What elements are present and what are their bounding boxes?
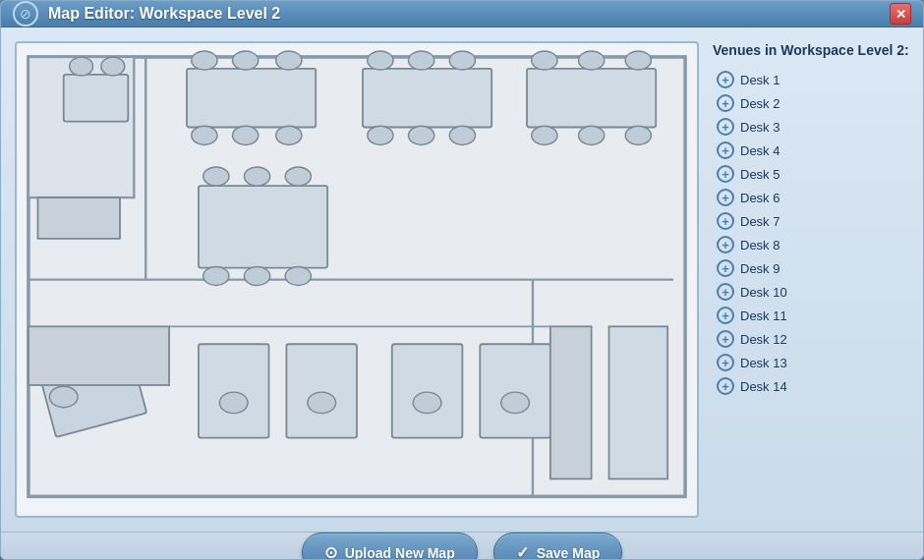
close-button[interactable]: ✕ xyxy=(890,3,911,25)
svg-rect-43 xyxy=(392,344,463,437)
title-bar: ⊘ Map Editor: Workspace Level 2 ✕ xyxy=(1,1,923,28)
venue-add-icon: + xyxy=(717,165,734,183)
svg-rect-5 xyxy=(64,75,129,122)
svg-point-25 xyxy=(625,51,651,70)
save-icon: ✓ xyxy=(516,543,529,560)
map-canvas xyxy=(15,41,699,518)
venue-add-icon: + xyxy=(717,71,734,88)
svg-point-20 xyxy=(408,126,433,144)
venue-item-label: Desk 14 xyxy=(740,379,787,394)
svg-point-33 xyxy=(203,266,229,285)
svg-point-10 xyxy=(233,51,259,70)
venue-add-icon: + xyxy=(717,307,734,324)
svg-point-41 xyxy=(219,392,248,413)
venues-title: Venues in Workspace Level 2: xyxy=(713,41,909,59)
svg-point-7 xyxy=(101,57,125,76)
venue-item-label: Desk 4 xyxy=(740,143,780,158)
svg-point-13 xyxy=(233,126,259,144)
svg-rect-39 xyxy=(199,344,269,437)
svg-point-45 xyxy=(413,392,441,413)
bottom-bar: ⊙ Upload New Map ✓ Save Map xyxy=(1,532,923,560)
venue-item[interactable]: +Desk 2 xyxy=(713,92,909,114)
svg-rect-2 xyxy=(37,197,120,239)
svg-rect-22 xyxy=(527,69,656,128)
upload-icon: ⊙ xyxy=(324,543,337,560)
svg-point-19 xyxy=(368,126,393,144)
venue-item[interactable]: +Desk 11 xyxy=(713,305,909,326)
svg-rect-8 xyxy=(187,69,316,128)
venue-item-label: Desk 11 xyxy=(740,308,787,323)
save-map-button[interactable]: ✓ Save Map xyxy=(493,532,623,560)
venue-item-label: Desk 8 xyxy=(740,238,780,252)
svg-point-30 xyxy=(203,167,229,186)
venue-item[interactable]: +Desk 8 xyxy=(713,234,909,255)
svg-point-21 xyxy=(449,126,475,144)
save-label: Save Map xyxy=(537,545,601,560)
venue-add-icon: + xyxy=(717,212,734,230)
upload-map-button[interactable]: ⊙ Upload New Map xyxy=(302,532,478,560)
svg-point-17 xyxy=(408,51,433,70)
venue-item-label: Desk 5 xyxy=(740,167,780,182)
venue-item[interactable]: +Desk 3 xyxy=(713,116,909,138)
svg-rect-40 xyxy=(286,344,357,437)
venue-item-label: Desk 7 xyxy=(740,214,780,229)
venue-item[interactable]: +Desk 7 xyxy=(713,210,909,232)
svg-point-38 xyxy=(49,386,78,407)
venue-add-icon: + xyxy=(717,354,734,371)
venue-item[interactable]: +Desk 9 xyxy=(713,257,909,279)
svg-point-18 xyxy=(449,51,475,70)
venue-item-label: Desk 3 xyxy=(740,120,780,135)
venue-item-label: Desk 9 xyxy=(740,261,780,276)
content-area: Venues in Workspace Level 2: +Desk 1+Des… xyxy=(1,28,923,532)
svg-rect-29 xyxy=(199,186,327,268)
svg-point-6 xyxy=(70,57,93,76)
svg-point-23 xyxy=(532,51,557,70)
svg-rect-15 xyxy=(363,69,491,128)
venue-list: +Desk 1+Desk 2+Desk 3+Desk 4+Desk 5+Desk… xyxy=(713,69,909,397)
venue-item-label: Desk 1 xyxy=(740,73,780,87)
venue-add-icon: + xyxy=(717,330,734,348)
svg-rect-44 xyxy=(480,344,550,437)
svg-point-35 xyxy=(285,266,311,285)
venue-item-label: Desk 2 xyxy=(740,96,780,111)
venue-add-icon: + xyxy=(717,189,734,206)
venue-item[interactable]: +Desk 10 xyxy=(713,281,909,303)
svg-point-26 xyxy=(532,126,557,144)
svg-rect-47 xyxy=(550,326,592,478)
venue-item[interactable]: +Desk 1 xyxy=(713,69,909,90)
upload-label: Upload New Map xyxy=(345,545,455,560)
svg-point-12 xyxy=(192,126,217,144)
svg-point-24 xyxy=(578,51,604,70)
venue-item[interactable]: +Desk 4 xyxy=(713,140,909,161)
venue-item-label: Desk 12 xyxy=(740,332,787,347)
venue-item-label: Desk 10 xyxy=(740,285,787,300)
svg-point-32 xyxy=(285,167,311,186)
svg-point-46 xyxy=(501,392,530,413)
svg-point-28 xyxy=(625,126,651,144)
venue-add-icon: + xyxy=(717,94,734,112)
venue-item[interactable]: +Desk 13 xyxy=(713,352,909,373)
venue-item[interactable]: +Desk 5 xyxy=(713,163,909,185)
venue-item[interactable]: +Desk 12 xyxy=(713,328,909,350)
sidebar: Venues in Workspace Level 2: +Desk 1+Des… xyxy=(713,41,909,518)
venue-add-icon: + xyxy=(717,236,734,253)
window-title: Map Editor: Workspace Level 2 xyxy=(48,5,890,23)
venue-item[interactable]: +Desk 6 xyxy=(713,187,909,208)
venue-add-icon: + xyxy=(717,259,734,277)
map-area xyxy=(15,41,699,518)
svg-point-34 xyxy=(244,266,269,285)
svg-point-31 xyxy=(244,167,269,186)
svg-point-11 xyxy=(276,51,302,70)
venue-item-label: Desk 13 xyxy=(740,356,787,370)
svg-point-9 xyxy=(192,51,217,70)
svg-point-16 xyxy=(368,51,393,70)
svg-rect-50 xyxy=(29,326,169,385)
window-icon: ⊘ xyxy=(13,1,38,27)
venue-add-icon: + xyxy=(717,283,734,301)
svg-point-14 xyxy=(276,126,302,144)
map-editor-window: ⊘ Map Editor: Workspace Level 2 ✕ xyxy=(0,0,924,560)
venue-add-icon: + xyxy=(717,141,734,159)
floor-plan-svg xyxy=(17,43,697,516)
svg-rect-48 xyxy=(609,326,668,478)
venue-item[interactable]: +Desk 14 xyxy=(713,375,909,397)
